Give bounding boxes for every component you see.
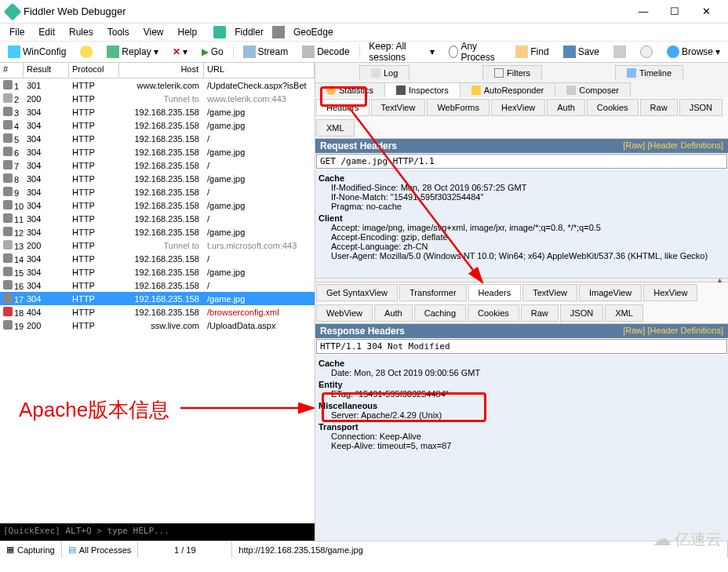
camera-icon xyxy=(613,46,626,58)
session-row[interactable]: 17304HTTP192.168.235.158/game.jpg xyxy=(0,292,315,305)
save-button[interactable]: Save xyxy=(559,44,604,60)
composer-icon xyxy=(566,86,576,95)
stream-button[interactable]: Stream xyxy=(238,44,293,60)
request-headers-body[interactable]: Cache If-Modified-Since: Mon, 28 Oct 201… xyxy=(315,169,728,278)
replay-icon xyxy=(107,46,119,58)
req-tab-raw[interactable]: Raw xyxy=(640,99,678,116)
minimize-button[interactable]: — xyxy=(628,1,659,23)
col-host[interactable]: Host xyxy=(119,63,204,78)
session-row[interactable]: 10304HTTP192.168.235.158/game.jpg xyxy=(0,199,315,212)
app-icon xyxy=(4,2,22,20)
request-header-links[interactable]: [Raw] [Header Definitions] xyxy=(623,140,723,151)
keep-sessions[interactable]: Keep: All sessions ▾ xyxy=(364,39,439,64)
response-headers-body[interactable]: Cache Date: Mon, 28 Oct 2019 09:00:56 GM… xyxy=(315,355,728,541)
statusbar: ▦Capturing ▤All Processes 1 / 19 http://… xyxy=(0,541,728,558)
status-processes[interactable]: ▤All Processes xyxy=(62,541,139,558)
resp-tab-webview[interactable]: WebView xyxy=(316,304,373,322)
tab-autoresponder[interactable]: AutoResponder xyxy=(460,82,555,97)
tab-log[interactable]: Log xyxy=(359,65,410,80)
session-row[interactable]: 3304HTTP192.168.235.158/game.jpg xyxy=(0,105,315,118)
menu-tools[interactable]: Tools xyxy=(101,25,136,39)
tab-filters[interactable]: Filters xyxy=(482,65,542,80)
go-button[interactable]: ▶Go xyxy=(197,45,228,59)
menu-help[interactable]: Help xyxy=(172,25,204,39)
session-row[interactable]: 6304HTTP192.168.235.158/game.jpg xyxy=(0,145,315,158)
menu-edit[interactable]: Edit xyxy=(32,25,61,39)
req-tab-json[interactable]: JSON xyxy=(679,99,723,116)
tab-composer[interactable]: Composer xyxy=(555,82,631,97)
resp-tab-raw[interactable]: Raw xyxy=(521,304,559,322)
req-tab-headers[interactable]: Headers xyxy=(316,99,369,116)
resp-tab-xml[interactable]: XML xyxy=(605,304,643,322)
any-process[interactable]: Any Process xyxy=(444,39,507,64)
replay-button[interactable]: Replay ▾ xyxy=(102,44,162,60)
session-row[interactable]: 2200HTTPTunnel towww.telerik.com:443 xyxy=(0,92,315,105)
menu-fiddler[interactable]: Fiddler xyxy=(228,25,270,39)
menu-geoedge[interactable]: GeoEdge xyxy=(287,25,340,39)
session-row[interactable]: 18404HTTP192.168.235.158/browserconfig.x… xyxy=(0,305,315,319)
session-row[interactable]: 1301HTTPwww.telerik.com/UpdateCheck.aspx… xyxy=(0,78,315,92)
session-row[interactable]: 12304HTTP192.168.235.158/game.jpg xyxy=(0,225,315,239)
col-id[interactable]: # xyxy=(0,63,24,78)
close-button[interactable]: ✕ xyxy=(690,1,722,23)
resp-tab-headers[interactable]: Headers xyxy=(468,284,522,301)
response-header-links[interactable]: [Raw] [Header Definitions] xyxy=(623,326,723,337)
session-row[interactable]: 11304HTTP192.168.235.158/ xyxy=(0,212,315,225)
grid-body[interactable]: 1301HTTPwww.telerik.com/UpdateCheck.aspx… xyxy=(0,78,315,523)
maximize-button[interactable]: ☐ xyxy=(659,1,690,23)
session-row[interactable]: 13200HTTPTunnel tot.urs.microsoft.com:44… xyxy=(0,239,315,252)
decode-button[interactable]: Decode xyxy=(297,44,354,60)
col-url[interactable]: URL xyxy=(204,63,315,78)
resp-tab-syntax[interactable]: Get SyntaxView xyxy=(316,284,398,301)
inspector-panel: Log Filters Timeline Statistics Inspecto… xyxy=(315,63,728,541)
req-tab-xml[interactable]: XML xyxy=(316,119,355,137)
timer-button[interactable] xyxy=(635,44,657,60)
timeline-icon xyxy=(627,68,636,78)
timer-icon xyxy=(640,46,653,58)
tab-timeline[interactable]: Timeline xyxy=(615,65,683,80)
session-row[interactable]: 14304HTTP192.168.235.158/ xyxy=(0,252,315,265)
filters-icon xyxy=(494,68,504,78)
resp-tab-textview[interactable]: TextView xyxy=(522,284,577,301)
menu-file[interactable]: File xyxy=(3,25,31,39)
find-button[interactable]: Find xyxy=(511,44,553,60)
tab-inspectors[interactable]: Inspectors xyxy=(384,82,460,97)
resp-tab-hexview[interactable]: HexView xyxy=(643,284,697,301)
capture-icon: ▦ xyxy=(6,545,14,555)
camera-button[interactable] xyxy=(609,44,631,60)
resp-tab-caching[interactable]: Caching xyxy=(414,304,466,322)
session-row[interactable]: 5304HTTP192.168.235.158/ xyxy=(0,132,315,145)
session-row[interactable]: 8304HTTP192.168.235.158/game.jpg xyxy=(0,172,315,185)
col-result[interactable]: Result xyxy=(24,63,69,78)
comment-button[interactable] xyxy=(75,44,97,60)
quickexec[interactable]: [QuickExec] ALT+Q > type HELP... xyxy=(0,523,315,541)
remove-button[interactable]: ✕ ▾ xyxy=(168,45,192,59)
log-icon xyxy=(371,68,380,78)
browse-button[interactable]: Browse ▾ xyxy=(662,44,725,60)
session-row[interactable]: 7304HTTP192.168.235.158/ xyxy=(0,158,315,172)
resp-tab-cookies[interactable]: Cookies xyxy=(468,304,519,322)
windows-icon xyxy=(8,46,20,58)
winconfig-button[interactable]: WinConfig xyxy=(3,44,71,60)
tab-statistics[interactable]: Statistics xyxy=(315,82,385,97)
req-tab-hexview[interactable]: HexView xyxy=(491,99,545,116)
session-row[interactable]: 15304HTTP192.168.235.158/game.jpg xyxy=(0,265,315,279)
splitter[interactable] xyxy=(315,278,728,282)
req-tab-auth[interactable]: Auth xyxy=(547,99,585,116)
resp-tab-imageview[interactable]: ImageView xyxy=(579,284,642,301)
find-icon xyxy=(515,46,528,58)
req-tab-cookies[interactable]: Cookies xyxy=(587,99,639,116)
session-row[interactable]: 16304HTTP192.168.235.158/ xyxy=(0,279,315,292)
resp-tab-auth[interactable]: Auth xyxy=(374,304,413,322)
req-tab-webforms[interactable]: WebForms xyxy=(427,99,490,116)
session-row[interactable]: 19200HTTPssw.live.com/UploadData.aspx xyxy=(0,319,315,332)
resp-tab-transformer[interactable]: Transformer xyxy=(399,284,467,301)
status-capturing[interactable]: ▦Capturing xyxy=(0,541,62,558)
menu-view[interactable]: View xyxy=(137,25,170,39)
col-protocol[interactable]: Protocol xyxy=(69,63,119,78)
req-tab-textview[interactable]: TextView xyxy=(371,99,426,116)
menu-rules[interactable]: Rules xyxy=(63,25,100,39)
resp-tab-json[interactable]: JSON xyxy=(560,304,603,322)
session-row[interactable]: 4304HTTP192.168.235.158/game.jpg xyxy=(0,118,315,132)
session-row[interactable]: 9304HTTP192.168.235.158/ xyxy=(0,185,315,199)
